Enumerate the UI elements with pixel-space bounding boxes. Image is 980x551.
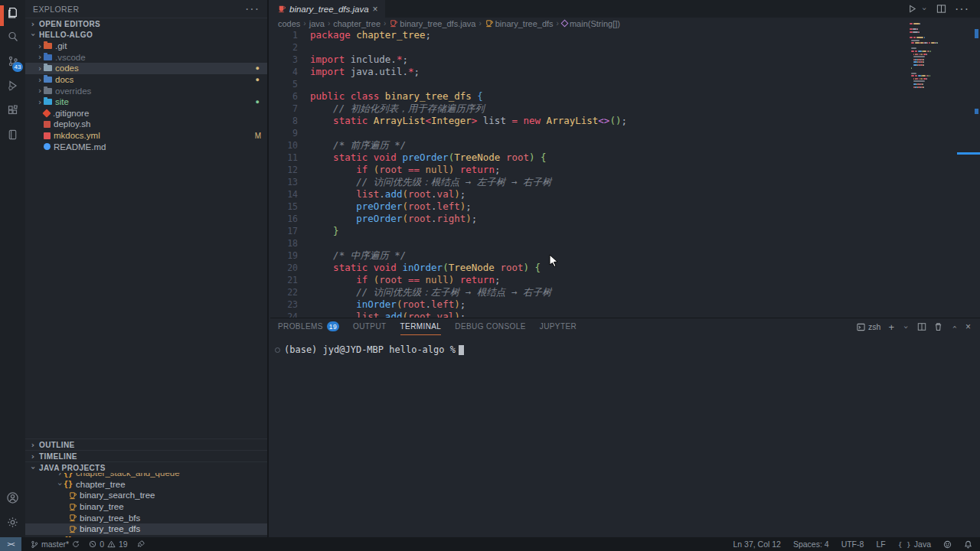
overview-ruler[interactable] bbox=[969, 0, 980, 289]
tree-row-git[interactable]: ›.git bbox=[25, 41, 267, 52]
tree-row-READMEmd[interactable]: ›README.md bbox=[25, 141, 267, 152]
file-name: .git bbox=[55, 41, 67, 51]
code-line-3: 3import include.*; bbox=[270, 54, 969, 66]
terminal-profile-label: zsh bbox=[868, 322, 880, 331]
breadcrumb-item[interactable]: binary_tree_dfs.java bbox=[389, 19, 475, 28]
breadcrumb-separator: › bbox=[303, 19, 305, 28]
folder-icon bbox=[44, 65, 52, 71]
file-icon bbox=[42, 109, 51, 117]
java-projects-section[interactable]: › JAVA PROJECTS bbox=[25, 461, 267, 473]
panel-tab-problems[interactable]: PROBLEMS19 bbox=[278, 318, 339, 335]
language-status[interactable]: { } Java bbox=[898, 540, 931, 549]
file-tree: ›.git›.vscode›codes●›docs●›overrides›sit… bbox=[25, 41, 267, 152]
source-control-view-button[interactable]: 43 bbox=[0, 49, 25, 73]
folder-icon bbox=[44, 88, 52, 94]
close-panel-icon[interactable]: × bbox=[965, 321, 971, 332]
close-icon[interactable]: × bbox=[373, 4, 378, 15]
java-project-item-chapter_tree[interactable]: ›{}chapter_tree bbox=[25, 479, 267, 491]
code-line-18: 18 bbox=[270, 237, 969, 249]
maximize-panel-icon[interactable]: › bbox=[949, 323, 959, 331]
tree-row-mkdocsyml[interactable]: ›mkdocs.ymlM bbox=[25, 130, 267, 142]
explorer-view-button[interactable] bbox=[0, 0, 25, 24]
tree-row-deploysh[interactable]: ›deploy.sh bbox=[25, 119, 267, 130]
account-button[interactable] bbox=[0, 485, 25, 510]
tree-row-vscode[interactable]: ›.vscode bbox=[25, 52, 267, 64]
tree-row-site[interactable]: ›site● bbox=[25, 96, 267, 108]
workspace-root[interactable]: › HELLO-ALGO bbox=[25, 29, 267, 41]
encoding-status[interactable]: UTF-8 bbox=[841, 540, 864, 549]
panel-tab-terminal[interactable]: TERMINAL bbox=[400, 318, 442, 335]
line-number: 18 bbox=[270, 237, 298, 249]
split-terminal-icon[interactable] bbox=[917, 322, 926, 331]
kill-terminal-trash-icon[interactable] bbox=[934, 322, 942, 331]
breadcrumb-item[interactable]: binary_tree_dfs bbox=[485, 19, 554, 28]
terminal-dropdown-chevron-icon[interactable]: › bbox=[900, 323, 910, 331]
run-button[interactable] bbox=[907, 4, 917, 14]
file-icon bbox=[44, 143, 51, 150]
eol-status[interactable]: LF bbox=[876, 540, 885, 549]
java-project-item-chapter_stack_and_queue[interactable]: ›{}chapter_stack_and_queue bbox=[25, 473, 267, 479]
split-editor-icon[interactable] bbox=[936, 4, 946, 14]
tree-row-docs[interactable]: ›docs● bbox=[25, 74, 267, 86]
panel-tab-jupyter[interactable]: JUPYTER bbox=[540, 318, 577, 335]
notifications-bell-icon[interactable] bbox=[964, 540, 972, 549]
java-project-item-binary_tree_bfs[interactable]: binary_tree_bfs bbox=[25, 512, 267, 523]
feedback-smiley-icon[interactable] bbox=[943, 540, 952, 549]
breadcrumb-item[interactable]: main(String[]) bbox=[562, 19, 620, 28]
chevron-down-icon: › bbox=[28, 464, 38, 471]
breadcrumb-item[interactable]: java bbox=[309, 19, 325, 28]
tree-row-codes[interactable]: ›codes● bbox=[25, 63, 267, 74]
line-number: 19 bbox=[270, 249, 298, 262]
terminal-command-decoration bbox=[275, 347, 280, 353]
tree-row-gitignore[interactable]: ›.gitignore bbox=[25, 108, 267, 119]
class-icon bbox=[485, 19, 493, 28]
line-number: 15 bbox=[270, 201, 298, 213]
new-terminal-icon[interactable]: + bbox=[888, 321, 894, 333]
timeline-section[interactable]: › TIMELINE bbox=[25, 450, 267, 461]
java-project-item-binary_tree_dfs[interactable]: binary_tree_dfs bbox=[25, 523, 267, 535]
chevron-right-icon: › bbox=[29, 440, 37, 450]
minimap[interactable] bbox=[910, 23, 952, 89]
outline-section[interactable]: › OUTLINE bbox=[25, 439, 267, 450]
java-project-item-binary_search_tree[interactable]: binary_search_tree bbox=[25, 490, 267, 501]
problems-status[interactable]: 0 19 bbox=[89, 540, 128, 549]
terminal[interactable]: (base) jyd@JYD-MBP hello-algo % bbox=[270, 335, 980, 355]
code-line-19: 19 /* 中序遍历 */ bbox=[270, 249, 969, 262]
tab-binary-tree-dfs[interactable]: binary_tree_dfs.java × bbox=[270, 0, 385, 18]
git-branch-status[interactable]: master* bbox=[31, 540, 80, 549]
breadcrumb-separator: › bbox=[479, 19, 481, 28]
run-dropdown-chevron-icon[interactable]: › bbox=[920, 5, 929, 13]
extensions-icon bbox=[7, 104, 19, 116]
chevron-right-icon: › bbox=[36, 41, 44, 51]
git-status-badge: M bbox=[255, 132, 261, 140]
remote-indicator[interactable]: >< bbox=[0, 537, 21, 551]
explorer-more-actions-icon[interactable]: ··· bbox=[245, 2, 260, 16]
java-project-item-binary_tree[interactable]: binary_tree bbox=[25, 501, 267, 513]
breadcrumb-item[interactable]: chapter_tree bbox=[333, 19, 381, 28]
package-icon: {} bbox=[64, 473, 73, 478]
cursor-position[interactable]: Ln 37, Col 12 bbox=[733, 540, 780, 549]
breadcrumb-item[interactable]: codes bbox=[278, 19, 300, 28]
chevron-right-icon: › bbox=[29, 452, 37, 461]
line-number: 11 bbox=[270, 152, 298, 164]
open-editors-section[interactable]: › OPEN EDITORS bbox=[25, 18, 267, 29]
terminal-cursor bbox=[459, 345, 464, 355]
code-line-16: 16 preOrder(root.right); bbox=[270, 213, 969, 225]
class-icon bbox=[68, 491, 77, 500]
indentation-status[interactable]: Spaces: 4 bbox=[793, 540, 829, 549]
sidebar-bottom-sections: › OUTLINE › TIMELINE › JAVA PROJECTS ›{}… bbox=[25, 439, 267, 537]
terminal-profile[interactable]: zsh bbox=[857, 322, 880, 331]
sync-icon bbox=[72, 540, 80, 548]
code-editor[interactable]: 1package chapter_tree;23import include.*… bbox=[270, 29, 969, 318]
terminal-prompt: (base) jyd@JYD-MBP hello-algo % bbox=[284, 344, 456, 355]
search-view-button[interactable] bbox=[0, 24, 25, 49]
panel-tab-debug-console[interactable]: DEBUG CONSOLE bbox=[455, 318, 525, 335]
settings-gear-button[interactable] bbox=[0, 510, 25, 534]
java-ready-rocket-icon[interactable] bbox=[137, 540, 145, 548]
extensions-view-button[interactable] bbox=[0, 98, 25, 122]
more-actions-icon[interactable]: ··· bbox=[955, 2, 969, 16]
panel-tab-output[interactable]: OUTPUT bbox=[353, 318, 387, 335]
tree-row-overrides[interactable]: ›overrides bbox=[25, 85, 267, 96]
notebook-view-button[interactable] bbox=[0, 122, 25, 147]
run-debug-view-button[interactable] bbox=[0, 73, 25, 98]
